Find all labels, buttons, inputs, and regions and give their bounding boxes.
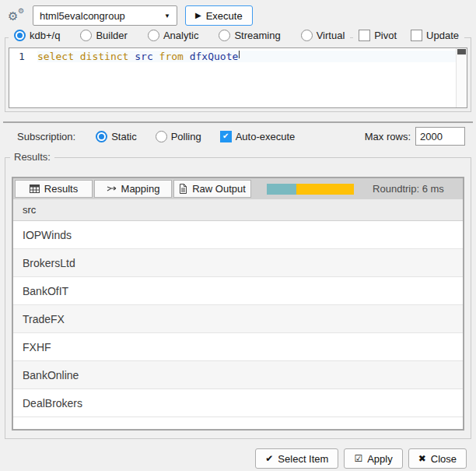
progress-segment-teal [267, 184, 296, 195]
radio-virtual[interactable]: Virtual [301, 30, 345, 41]
table-row[interactable]: DealBrokers [13, 389, 463, 417]
dialog-footer: ✔ Select Item ☑ Apply ✖ Close [3, 448, 473, 469]
update-checkbox[interactable]: Update [411, 30, 459, 41]
results-tabstrip: Results Mapping Raw Output Roundtrip: 6 … [13, 178, 463, 199]
play-icon: ▶ [195, 12, 201, 19]
pivot-checkbox-label: Pivot [374, 30, 397, 41]
apply-button[interactable]: ☑ Apply [344, 448, 402, 469]
check-icon: ✔ [265, 454, 273, 463]
select-item-button[interactable]: ✔ Select Item [255, 448, 338, 469]
checked-box-icon: ☑ [354, 454, 362, 463]
query-mode-radios: kdb+/q Builder Analytic Streaming Virtua… [9, 30, 350, 41]
checkbox-checked-icon: ✔ [220, 131, 232, 142]
results-panel: Results Mapping Raw Output Roundtrip: 6 … [12, 177, 464, 431]
tab-raw-output[interactable]: Raw Output [173, 180, 251, 198]
editor-scrollbar-thumb[interactable] [457, 49, 466, 54]
max-rows-label: Max rows: [365, 131, 411, 142]
auto-execute-label: Auto-execute [236, 131, 296, 142]
code-token: distinct [80, 51, 129, 62]
radio-icon [219, 30, 230, 41]
radio-icon [80, 30, 92, 41]
max-rows-group: Max rows: [365, 127, 465, 146]
radio-streaming[interactable]: Streaming [219, 30, 280, 41]
tab-mapping-label: Mapping [121, 183, 160, 195]
caret-down-icon: ▼ [164, 12, 170, 19]
connection-select[interactable]: html5evalcongroup ▼ [33, 5, 177, 26]
radio-static-label: Static [111, 131, 137, 142]
text-cursor [239, 51, 240, 58]
editor-code-line: select distinct src from dfxQuote [37, 51, 467, 62]
apply-button-label: Apply [367, 453, 393, 465]
execute-button[interactable]: ▶ Execute [185, 5, 253, 26]
query-editor-dialog: ⚙⚙ html5evalcongroup ▼ ▶ Execute kdb+/q … [0, 0, 476, 471]
max-rows-input[interactable] [415, 127, 465, 146]
radio-analytic[interactable]: Analytic [148, 30, 199, 41]
close-button-label: Close [431, 453, 457, 465]
query-code-editor[interactable]: 1 select distinct src from dfxQuote [9, 47, 467, 108]
results-grid: src IOPWinds BrokersLtd BankOfIT TradeFX… [13, 199, 463, 429]
results-group: Results: Results Mapping Raw Output [5, 157, 471, 439]
radio-polling-label: Polling [171, 131, 201, 142]
table-grid-icon [30, 185, 40, 193]
radio-icon [156, 131, 167, 142]
mapping-fork-icon [107, 185, 117, 193]
pivot-checkbox[interactable]: Pivot [359, 30, 397, 41]
checkbox-icon [359, 30, 370, 41]
gears-icon: ⚙⚙ [8, 10, 25, 22]
table-row[interactable]: TradeFX [13, 305, 463, 333]
select-item-button-label: Select Item [278, 453, 328, 465]
code-token: from [159, 51, 184, 62]
toolbar: ⚙⚙ html5evalcongroup ▼ ▶ Execute [3, 3, 473, 28]
table-row[interactable]: BankOfIT [13, 277, 463, 305]
connection-select-value: html5evalcongroup [40, 10, 125, 22]
radio-builder-label: Builder [96, 30, 127, 41]
radio-kdbq-label: kdb+/q [30, 30, 60, 41]
tab-mapping[interactable]: Mapping [94, 180, 172, 198]
close-icon: ✖ [418, 454, 426, 463]
radio-kdbq[interactable]: kdb+/q [14, 30, 60, 41]
document-icon [179, 184, 187, 194]
radio-icon [301, 30, 313, 41]
auto-execute-checkbox[interactable]: ✔ Auto-execute [220, 131, 296, 142]
tab-results[interactable]: Results [15, 180, 93, 198]
grid-column-header: src [13, 199, 463, 221]
subscription-label: Subscription: [17, 131, 75, 142]
tab-raw-output-label: Raw Output [192, 183, 246, 195]
query-mode-group: kdb+/q Builder Analytic Streaming Virtua… [5, 37, 471, 112]
radio-streaming-label: Streaming [234, 30, 280, 41]
radio-analytic-label: Analytic [163, 30, 199, 41]
table-row[interactable]: FXHF [13, 333, 463, 361]
radio-virtual-label: Virtual [317, 30, 345, 41]
table-row[interactable]: BrokersLtd [13, 249, 463, 277]
radio-selected-icon [96, 131, 107, 142]
code-token: src [135, 51, 152, 62]
query-progress-bar [267, 184, 354, 195]
editor-scrollbar[interactable] [456, 48, 467, 107]
code-token: dfxQuote [190, 51, 239, 62]
radio-polling[interactable]: Polling [156, 131, 201, 142]
roundtrip-status: Roundtrip: 6 ms [355, 183, 461, 195]
update-checkbox-label: Update [426, 30, 459, 41]
results-legend: Results: [10, 151, 54, 163]
radio-builder[interactable]: Builder [80, 30, 127, 41]
query-mode-bar: kdb+/q Builder Analytic Streaming Virtua… [9, 30, 464, 41]
radio-icon [148, 30, 159, 41]
radio-static[interactable]: Static [96, 131, 137, 142]
progress-segment-amber [296, 184, 354, 195]
subscription-row: Subscription: Static Polling ✔ Auto-exec… [3, 123, 473, 149]
tab-results-label: Results [44, 183, 78, 195]
editor-line-number: 1 [9, 48, 31, 107]
radio-selected-icon [14, 30, 26, 41]
query-option-checkboxes: Pivot Update [353, 30, 464, 41]
table-row[interactable]: BankOnline [13, 361, 463, 389]
editor-code-area[interactable]: select distinct src from dfxQuote [31, 48, 467, 107]
checkbox-icon [411, 30, 422, 41]
close-button[interactable]: ✖ Close [408, 448, 467, 469]
code-token: select [37, 51, 74, 62]
table-row[interactable]: IOPWinds [13, 221, 463, 249]
execute-button-label: Execute [206, 10, 243, 22]
